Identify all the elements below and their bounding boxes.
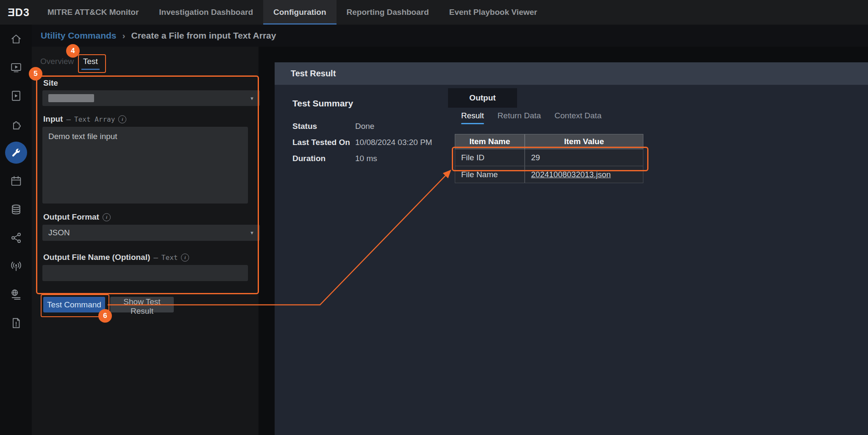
- site-value-redacted: [48, 94, 94, 102]
- nav-item-mitre-attack-monitor[interactable]: MITRE ATT&CK Monitor: [37, 0, 149, 25]
- test-command-button[interactable]: Test Command: [43, 297, 105, 312]
- test-result-panel: Test Result Test Summary Status Done Las…: [275, 62, 868, 435]
- column-header-item-name: Item Name: [455, 134, 525, 149]
- last-tested-value: 10/08/2024 03:20 PM: [355, 138, 432, 147]
- document-alert-icon: [10, 317, 22, 329]
- share-network-icon: [10, 231, 22, 244]
- active-indicator: [5, 142, 27, 164]
- globe-list-icon: [10, 288, 22, 301]
- nav-item-reporting-dashboard[interactable]: Reporting Dashboard: [337, 0, 439, 25]
- test-result-header: Test Result: [275, 62, 868, 85]
- test-result-title: Test Result: [291, 69, 336, 78]
- output-file-name-label: Output File Name (Optional) – Text i: [43, 253, 189, 262]
- file-download-link[interactable]: 20241008032013.json: [531, 170, 611, 179]
- info-icon: i: [118, 115, 126, 123]
- puzzle-icon: [10, 118, 22, 131]
- site-label: Site: [43, 78, 58, 88]
- cell-item-name: File ID: [455, 149, 525, 166]
- caret-down-icon: ▼: [250, 230, 254, 235]
- duration-value: 10 ms: [355, 154, 377, 163]
- top-nav: ƎD3 MITRE ATT&CK Monitor Investigation D…: [0, 0, 868, 25]
- cell-item-value: 29: [525, 149, 643, 166]
- sidebar-item-calendar[interactable]: [0, 167, 32, 195]
- caret-down-icon: ▼: [250, 96, 254, 101]
- output-subtabs: Result Return Data Context Data: [461, 111, 601, 120]
- sidebar-item-broadcast[interactable]: [0, 252, 32, 280]
- page-title: Create a File from input Text Array: [131, 31, 276, 41]
- app-root: ƎD3 MITRE ATT&CK Monitor Investigation D…: [0, 0, 868, 435]
- subtab-result[interactable]: Result: [461, 111, 484, 120]
- cell-item-value: 20241008032013.json: [525, 166, 643, 183]
- top-nav-items: MITRE ATT&CK Monitor Investigation Dashb…: [37, 0, 547, 25]
- output-format-value: JSON: [48, 228, 70, 237]
- breadcrumb-parent-link[interactable]: Utility Commands: [41, 31, 117, 41]
- sidebar-item-utility-commands[interactable]: [0, 138, 32, 167]
- output-format-label: Output Format i: [43, 212, 111, 222]
- summary-row-last-tested: Last Tested On 10/08/2024 03:20 PM: [292, 138, 432, 147]
- nav-item-configuration[interactable]: Configuration: [263, 0, 337, 25]
- subtab-return-data[interactable]: Return Data: [498, 111, 541, 120]
- site-select[interactable]: ▼: [42, 90, 260, 106]
- info-icon: i: [103, 213, 111, 221]
- sidebar-item-incident-forms[interactable]: [0, 309, 32, 337]
- info-icon: i: [181, 254, 189, 262]
- sidebar-item-global-lists[interactable]: [0, 280, 32, 309]
- cell-item-name: File Name: [455, 166, 525, 183]
- wrench-icon: [11, 147, 22, 158]
- home-icon: [10, 33, 22, 45]
- breadcrumb: Utility Commands › Create a File from in…: [32, 25, 868, 47]
- input-label: Input – Text Array i: [43, 114, 126, 124]
- sidebar-item-home[interactable]: [0, 25, 32, 53]
- output-file-name-type-hint: Text: [161, 254, 178, 262]
- summary-row-status: Status Done: [292, 122, 374, 131]
- test-result-body: Test Summary Status Done Last Tested On …: [275, 85, 868, 435]
- breadcrumb-separator-icon: ›: [122, 31, 125, 41]
- table-row-file-name: File Name 20241008032013.json: [455, 166, 643, 183]
- sidebar-item-connections[interactable]: [0, 223, 32, 252]
- sidebar-item-integrations[interactable]: [0, 110, 32, 138]
- left-icon-rail: [0, 25, 32, 435]
- show-test-result-button[interactable]: Show Test Result: [110, 297, 174, 312]
- result-table: Item Name Item Value File ID 29 File Nam…: [455, 134, 643, 183]
- sidebar-item-video-library[interactable]: [0, 81, 32, 110]
- summary-row-duration: Duration 10 ms: [292, 154, 377, 163]
- status-value: Done: [355, 122, 374, 131]
- input-type-hint: Text Array: [74, 115, 115, 123]
- output-file-name-input[interactable]: [42, 265, 248, 281]
- database-icon: [10, 203, 22, 216]
- table-row-file-id: File ID 29: [455, 149, 643, 166]
- tab-test[interactable]: Test: [83, 57, 98, 66]
- input-textarea[interactable]: Demo text file input: [42, 127, 248, 204]
- broadcast-icon: [10, 260, 22, 273]
- table-header-row: Item Name Item Value: [455, 134, 643, 149]
- tab-output[interactable]: Output: [448, 88, 517, 108]
- output-format-select[interactable]: JSON ▼: [42, 225, 260, 241]
- calendar-icon: [10, 175, 22, 187]
- video-file-icon: [10, 89, 22, 102]
- tab-overview[interactable]: Overview: [40, 57, 74, 66]
- subtab-context-data[interactable]: Context Data: [554, 111, 601, 120]
- column-header-item-value: Item Value: [525, 134, 643, 149]
- monitor-play-icon: [10, 61, 22, 74]
- nav-item-event-playbook-viewer[interactable]: Event Playbook Viewer: [439, 0, 548, 25]
- command-test-panel: Overview Test Site ▼ Input – Text Array …: [32, 47, 259, 435]
- nav-item-investigation-dashboard[interactable]: Investigation Dashboard: [149, 0, 263, 25]
- app-logo: ƎD3: [0, 0, 37, 25]
- test-summary-heading: Test Summary: [292, 98, 353, 109]
- sidebar-item-data-sources[interactable]: [0, 195, 32, 223]
- sidebar-item-playbook-monitor[interactable]: [0, 53, 32, 81]
